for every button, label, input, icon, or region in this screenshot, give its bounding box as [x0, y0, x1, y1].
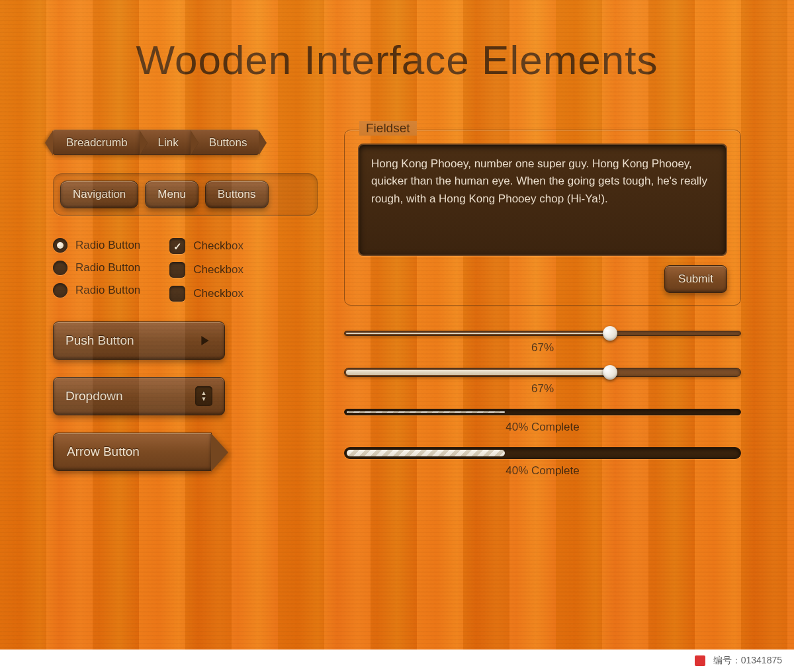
- push-button[interactable]: Push Button: [53, 321, 225, 360]
- nav-button[interactable]: Navigation: [60, 181, 138, 208]
- radio-icon: [53, 283, 67, 298]
- progress-label: 40% Complete: [344, 464, 741, 478]
- nav-button[interactable]: Menu: [145, 181, 198, 208]
- brand-icon: [695, 655, 705, 666]
- stepper-icon: ▲▼: [195, 386, 212, 406]
- radio-group: Radio Button Radio Button Radio Button: [53, 238, 140, 302]
- progress-bar: 40% Complete: [344, 447, 741, 478]
- radio-icon: [53, 238, 67, 253]
- checkbox-icon: [169, 286, 185, 302]
- slider-label: 67%: [344, 341, 741, 355]
- arrow-button-label: Arrow Button: [67, 444, 140, 459]
- radio-label: Radio Button: [75, 239, 140, 252]
- checkbox-option[interactable]: ✓ Checkbox: [169, 238, 243, 254]
- checkbox-label: Checkbox: [193, 287, 243, 300]
- arrow-button[interactable]: Arrow Button: [53, 433, 212, 471]
- progress-label: 40% Complete: [344, 421, 741, 434]
- submit-button[interactable]: Submit: [664, 265, 727, 293]
- dropdown-button[interactable]: Dropdown ▲▼: [53, 377, 225, 415]
- play-icon: [198, 333, 212, 348]
- radio-option[interactable]: Radio Button: [53, 283, 140, 298]
- slider-thumb[interactable]: [603, 365, 617, 380]
- nav-button[interactable]: Buttons: [205, 181, 269, 208]
- radio-icon: [53, 261, 67, 275]
- nav-menu: Navigation Menu Buttons: [53, 173, 318, 216]
- checkbox-label: Checkbox: [193, 239, 243, 253]
- slider[interactable]: 67%: [344, 368, 741, 396]
- slider[interactable]: 67%: [344, 331, 741, 355]
- slider-label: 67%: [344, 382, 741, 396]
- checkbox-icon: [169, 262, 185, 278]
- radio-option[interactable]: Radio Button: [53, 261, 140, 275]
- push-button-label: Push Button: [66, 333, 134, 348]
- breadcrumb-item[interactable]: Breadcrumb: [53, 130, 140, 155]
- fieldset-legend: Fieldset: [359, 121, 417, 136]
- breadcrumb: Breadcrumb Link Buttons: [53, 130, 318, 155]
- radio-label: Radio Button: [75, 284, 140, 297]
- breadcrumb-item[interactable]: Buttons: [191, 130, 259, 155]
- fieldset: Fieldset Hong Kong Phooey, number one su…: [344, 130, 741, 306]
- footer-bar: 编号：01341875: [0, 650, 794, 672]
- asset-id: 编号：01341875: [713, 655, 782, 667]
- page-title: Wooden Interface Elements: [0, 0, 794, 130]
- textarea[interactable]: Hong Kong Phooey, number one super guy. …: [358, 144, 727, 256]
- checkbox-icon: ✓: [169, 238, 185, 254]
- checkbox-label: Checkbox: [193, 263, 243, 276]
- checkbox-group: ✓ Checkbox Checkbox Checkbox: [169, 238, 243, 302]
- checkbox-option[interactable]: Checkbox: [169, 286, 243, 302]
- progress-bar: 40% Complete: [344, 409, 741, 434]
- slider-thumb[interactable]: [603, 326, 617, 341]
- dropdown-label: Dropdown: [66, 389, 123, 403]
- radio-option[interactable]: Radio Button: [53, 238, 140, 253]
- checkbox-option[interactable]: Checkbox: [169, 262, 243, 278]
- radio-label: Radio Button: [75, 261, 140, 274]
